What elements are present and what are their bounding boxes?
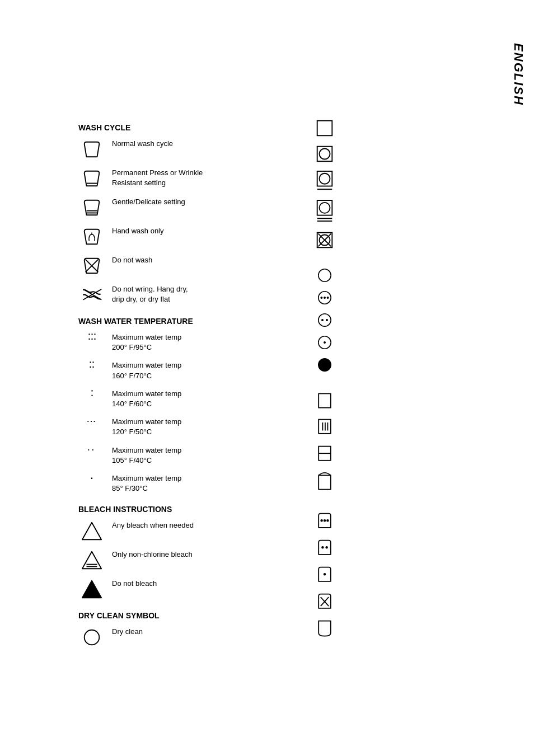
right-symbol-dryer-3dots bbox=[291, 510, 358, 533]
svg-point-16 bbox=[320, 149, 330, 159]
any-bleach-icon bbox=[78, 520, 105, 542]
permanent-press-icon bbox=[78, 168, 105, 189]
temp-120-icon: ··· bbox=[78, 417, 105, 425]
dry-clean-title: DRY CLEAN SYMBOL bbox=[78, 611, 280, 620]
list-item: Do not wash bbox=[78, 255, 280, 276]
right-symbol-tumble-any bbox=[291, 143, 358, 165]
list-item: Do not bleach bbox=[78, 579, 280, 600]
right-symbol-dryer-1dot bbox=[291, 564, 358, 586]
right-symbol-no-dryer bbox=[291, 591, 358, 613]
list-item: ·· Maximum water temp105° F/40°C bbox=[78, 445, 280, 466]
list-item: Gentle/Delicate setting bbox=[78, 197, 280, 218]
right-symbol-shade-dry bbox=[291, 470, 358, 495]
gentle-wash-icon bbox=[78, 197, 105, 218]
list-item: Dry clean bbox=[78, 627, 280, 648]
list-item: Hand wash only bbox=[78, 226, 280, 247]
svg-point-52 bbox=[324, 574, 326, 575]
svg-point-38 bbox=[318, 359, 331, 371]
normal-wash-label: Normal wash cycle bbox=[112, 139, 280, 149]
right-symbol-tumble-1 bbox=[291, 169, 358, 194]
svg-point-47 bbox=[321, 520, 322, 522]
do-not-bleach-label: Do not bleach bbox=[112, 579, 280, 589]
any-bleach-label: Any bleach when needed bbox=[112, 520, 280, 530]
right-symbol-circle-2dots bbox=[291, 311, 358, 329]
svg-point-13 bbox=[85, 630, 100, 645]
list-item: Normal wash cycle bbox=[78, 139, 280, 160]
temp-160-icon: ⁚⁚ bbox=[78, 360, 105, 369]
svg-point-34 bbox=[322, 320, 323, 321]
do-not-wash-icon bbox=[78, 255, 105, 276]
temp-200-label: Maximum water temp200° F/95°C bbox=[112, 332, 280, 353]
left-column: WASH CYCLE Normal wash cycle Permanent P… bbox=[78, 112, 280, 656]
svg-rect-46 bbox=[318, 475, 331, 489]
list-item: · Maximum water temp85° F/30°C bbox=[78, 473, 280, 494]
svg-point-48 bbox=[324, 520, 326, 522]
svg-point-21 bbox=[320, 203, 330, 213]
list-item: ⁚⁚ Maximum water temp160° F/70°C bbox=[78, 360, 280, 381]
list-item: ⁚⁚⁚ Maximum water temp200° F/95°C bbox=[78, 332, 280, 353]
language-label: ENGLISH bbox=[511, 43, 526, 106]
do-not-bleach-icon bbox=[78, 579, 105, 600]
list-item: Do not wring. Hang dry,drip dry, or dry … bbox=[78, 284, 280, 306]
right-symbol-dryer-2dots bbox=[291, 537, 358, 560]
do-not-wring-label: Do not wring. Hang dry,drip dry, or dry … bbox=[112, 284, 280, 304]
hand-wash-icon bbox=[78, 226, 105, 247]
right-symbol-circle-3dots bbox=[291, 289, 358, 307]
temp-85-label: Maximum water temp85° F/30°C bbox=[112, 473, 280, 494]
svg-rect-39 bbox=[318, 393, 331, 407]
temp-140-label: Maximum water temp140° F/60°C bbox=[112, 389, 280, 409]
right-symbol-square bbox=[291, 118, 358, 139]
normal-wash-icon bbox=[78, 139, 105, 160]
list-item: Only non-chlorine bleach bbox=[78, 550, 280, 571]
right-symbol-drip-dry bbox=[291, 416, 358, 439]
right-symbol-no-tumble bbox=[291, 229, 358, 251]
hand-wash-label: Hand wash only bbox=[112, 226, 280, 236]
non-chlorine-bleach-label: Only non-chlorine bleach bbox=[112, 550, 280, 560]
right-symbol-filled-circle bbox=[291, 356, 358, 374]
bleach-title: BLEACH INSTRUCTIONS bbox=[78, 505, 280, 514]
gentle-wash-label: Gentle/Delicate setting bbox=[112, 197, 280, 207]
temp-105-icon: ·· bbox=[78, 445, 105, 454]
svg-point-50 bbox=[322, 547, 324, 548]
right-symbol-tumble-2 bbox=[291, 198, 358, 225]
list-item: ··· Maximum water temp120° F/50°C bbox=[78, 417, 280, 437]
temp-160-label: Maximum water temp160° F/70°C bbox=[112, 360, 280, 381]
svg-point-28 bbox=[318, 269, 331, 281]
svg-point-37 bbox=[324, 342, 325, 343]
svg-point-18 bbox=[320, 173, 330, 184]
svg-point-31 bbox=[324, 297, 325, 298]
permanent-press-label: Permanent Press or WrinkleResistant sett… bbox=[112, 168, 280, 188]
svg-marker-12 bbox=[82, 581, 101, 598]
svg-point-35 bbox=[326, 320, 327, 321]
svg-point-30 bbox=[321, 297, 322, 298]
temp-140-icon: ⁚ bbox=[78, 389, 105, 398]
svg-marker-8 bbox=[82, 523, 101, 539]
temp-120-label: Maximum water temp120° F/50°C bbox=[112, 417, 280, 437]
dry-clean-icon bbox=[78, 627, 105, 648]
wash-water-temp-title: WASH WATER TEMPERATURE bbox=[78, 317, 280, 326]
temp-200-icon: ⁚⁚⁚ bbox=[78, 332, 105, 341]
do-not-wring-icon bbox=[78, 284, 105, 306]
svg-rect-14 bbox=[317, 121, 332, 136]
svg-point-51 bbox=[326, 547, 327, 548]
list-item: ⁚ Maximum water temp140° F/60°C bbox=[78, 389, 280, 409]
temp-105-label: Maximum water temp105° F/40°C bbox=[112, 445, 280, 466]
right-symbol-flat-dry bbox=[291, 443, 358, 466]
right-symbol-square-rounded-bottom bbox=[291, 618, 358, 640]
svg-point-49 bbox=[327, 520, 329, 522]
wash-cycle-title: WASH CYCLE bbox=[78, 123, 280, 132]
right-symbol-circle bbox=[291, 266, 358, 284]
svg-point-33 bbox=[318, 314, 331, 326]
list-item: Any bleach when needed bbox=[78, 520, 280, 542]
right-symbol-circle-1dot bbox=[291, 334, 358, 351]
dry-clean-label: Dry clean bbox=[112, 627, 280, 637]
non-chlorine-bleach-icon bbox=[78, 550, 105, 571]
list-item: Permanent Press or WrinkleResistant sett… bbox=[78, 168, 280, 189]
temp-85-icon: · bbox=[78, 473, 105, 483]
svg-point-32 bbox=[327, 297, 328, 298]
right-symbol-hang-dry bbox=[291, 389, 358, 412]
right-column bbox=[291, 112, 358, 645]
do-not-wash-label: Do not wash bbox=[112, 255, 280, 265]
